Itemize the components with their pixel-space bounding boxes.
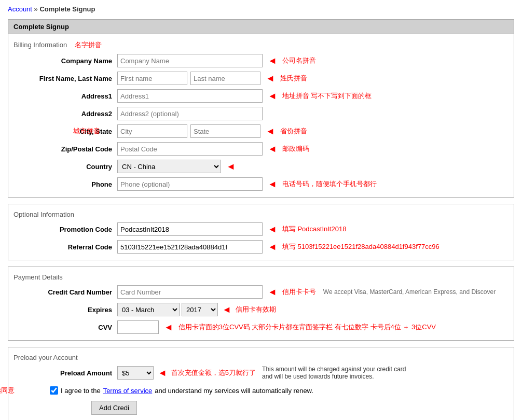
expires-fields: 01 - January 02 - February 03 - March 04…: [117, 303, 509, 316]
preload-amount-select[interactable]: $5 $10 $25 $50: [117, 366, 154, 380]
billing-section: Billing Information 名字拼音 Company Name ◄ …: [8, 34, 514, 198]
card-number-label: Credit Card Number: [13, 288, 117, 296]
address1-input[interactable]: [117, 89, 263, 103]
account-link[interactable]: Account: [8, 5, 32, 13]
annotation-company-pinyin: 公司名拼音: [282, 56, 316, 65]
card-arrow-icon: ◄: [268, 287, 277, 298]
name-arrow-icon: ◄: [266, 73, 275, 84]
billing-label: Billing Information 名字拼音: [8, 38, 514, 52]
address1-row: Address1 ◄ 地址拼音 写不下写到下面的框: [8, 87, 514, 105]
phone-label: Phone: [13, 180, 117, 188]
country-arrow-icon: ◄: [226, 161, 236, 172]
name-label: First Name, Last Name: [13, 75, 117, 82]
cvv-fields: ◄ 信用卡背面的3位CVV码 大部分卡片都在背面签字栏 有七位数字 卡号后4位 …: [117, 320, 509, 334]
month-select[interactable]: 01 - January 02 - February 03 - March 04…: [117, 303, 180, 316]
preload-arrow-icon: ◄: [158, 368, 167, 379]
zip-fields: ◄ 邮政编码: [117, 142, 509, 156]
zip-row: Zip/Postal Code ◄ 邮政编码: [8, 140, 514, 158]
name-fields: ◄ 姓氏拼音: [117, 72, 509, 85]
phone-input[interactable]: [117, 177, 263, 191]
annotation-lastname-pinyin: 姓氏拼音: [280, 74, 307, 83]
payment-label: Payment Details: [8, 271, 514, 283]
agree-text: I agree to the: [61, 387, 101, 395]
card-number-fields: ◄ 信用卡卡号 We accept Visa, MasterCard, Amer…: [117, 285, 509, 299]
preload-amount-label: Preload Amount: [13, 369, 117, 377]
name-row: First Name, Last Name ◄ 姓氏拼音: [8, 69, 514, 87]
annotation-expires-note: 信用卡有效期: [236, 305, 276, 314]
preload-amount-row: Preload Amount $5 $10 $25 $50 ◄ 首次充值金额，选…: [8, 363, 514, 382]
agree-checkbox[interactable]: [50, 386, 58, 395]
preload-section: Preload your Account Preload Amount $5 $…: [8, 347, 514, 420]
optional-label: Optional Information: [8, 208, 514, 220]
annotation-card-note: 信用卡卡号: [282, 287, 316, 297]
main-header: Complete Signup: [8, 19, 514, 34]
company-name-label: Company Name: [13, 57, 117, 65]
expires-group: 01 - January 02 - February 03 - March 04…: [117, 303, 276, 316]
page-title: Complete Signup: [39, 5, 95, 13]
company-name-row: Company Name ◄ 公司名拼音: [8, 52, 514, 69]
annotation-state-pinyin: 省份拼音: [280, 127, 307, 136]
country-label: Country: [13, 163, 117, 171]
phone-fields: ◄ 电话号码，随便填个手机号都行: [117, 177, 509, 191]
country-fields: CN - China US - United States ◄: [117, 160, 509, 173]
breadcrumb: Account » Complete Signup: [8, 5, 514, 13]
first-name-input[interactable]: [117, 72, 187, 85]
state-input[interactable]: [190, 124, 260, 138]
address2-input[interactable]: [117, 107, 263, 120]
last-name-input[interactable]: [190, 72, 260, 85]
annotation-phone-note: 电话号码，随便填个手机号都行: [282, 179, 377, 189]
preload-amount-fields: $5 $10 $25 $50 ◄ 首次充值金额，选5刀就行了 This amou…: [117, 366, 509, 380]
phone-arrow-icon: ◄: [268, 179, 277, 190]
year-select[interactable]: 2016 2017 2018 2019 2020: [182, 303, 218, 316]
address1-label: Address1: [13, 92, 117, 100]
zip-input[interactable]: [117, 142, 263, 156]
annotation-preload-note: 首次充值金额，选5刀就行了: [171, 368, 256, 377]
zip-label: Zip/Postal Code: [13, 145, 117, 153]
zip-arrow-icon: ◄: [268, 144, 277, 155]
expires-arrow-icon: ◄: [222, 304, 231, 315]
company-name-input[interactable]: [117, 54, 263, 67]
optional-section: Optional Information Promotion Code ◄ 填写…: [8, 204, 514, 260]
referral-row: Referral Code ◄ 填写 5103f15221ee1521f28ad…: [8, 238, 514, 256]
promotion-row: Promotion Code ◄ 填写 PodcastInIt2018: [8, 220, 514, 238]
promotion-label: Promotion Code: [13, 226, 117, 233]
company-arrow-icon: ◄: [268, 55, 277, 66]
city-input[interactable]: [117, 124, 187, 138]
breadcrumb-separator: »: [34, 5, 38, 13]
expires-row: Expires 01 - January 02 - February 03 - …: [8, 301, 514, 318]
preload-group: $5 $10 $25 $50 ◄ 首次充值金额，选5刀就行了 This amou…: [117, 366, 418, 380]
referral-arrow-icon: ◄: [268, 242, 277, 253]
referral-label: Referral Code: [13, 243, 117, 251]
city-state-label: City, State: [13, 128, 117, 135]
annotation-referral-note: 填写 5103f15221ee1521f28ada40884d1f943f77c…: [282, 242, 439, 251]
promotion-input[interactable]: [117, 222, 263, 236]
payment-section: Payment Details Credit Card Number ◄ 信用卡…: [8, 267, 514, 341]
annotation-name-pinyin: 名字拼音: [75, 41, 102, 49]
submit-button[interactable]: Add Credi: [91, 401, 137, 415]
address2-label: Address2: [13, 110, 117, 118]
address2-fields: [117, 107, 509, 120]
address1-arrow-icon: ◄: [268, 91, 277, 102]
annotation-cvv-note: 信用卡背面的3位CVV码 大部分卡片都在背面签字栏 有七位数字 卡号后4位 ＋ …: [178, 323, 436, 332]
address2-row: Address2: [8, 105, 514, 122]
card-number-input[interactable]: [117, 285, 263, 299]
referral-fields: ◄ 填写 5103f15221ee1521f28ada40884d1f943f7…: [117, 240, 509, 254]
referral-input[interactable]: [117, 240, 263, 254]
cvv-arrow-icon: ◄: [164, 322, 173, 333]
complete-signup-section: Complete Signup Billing Information 名字拼音…: [8, 19, 514, 420]
annotation-agree-note: 勾选同意: [0, 386, 15, 395]
company-name-fields: ◄ 公司名拼音: [117, 54, 509, 67]
address1-fields: ◄ 地址拼音 写不下写到下面的框: [117, 89, 509, 103]
country-row: Country CN - China US - United States ◄: [8, 158, 514, 175]
annotation-zip-pinyin: 邮政编码: [282, 144, 309, 153]
cvv-row: CVV ◄ 信用卡背面的3位CVV码 大部分卡片都在背面签字栏 有七位数字 卡号…: [8, 318, 514, 336]
annotation-address-pinyin: 地址拼音 写不下写到下面的框: [282, 91, 372, 101]
terms-link[interactable]: Terms of service: [103, 387, 153, 395]
city-state-row: City, State 城市拼音 ◄ 省份拼音: [8, 122, 514, 140]
country-select[interactable]: CN - China US - United States: [117, 160, 221, 173]
card-info-text: We accept Visa, MasterCard, American Exp…: [323, 288, 496, 296]
expires-label: Expires: [13, 306, 117, 314]
annotation-promotion-note: 填写 PodcastInIt2018: [282, 225, 347, 234]
cvv-input[interactable]: [117, 320, 159, 334]
promotion-fields: ◄ 填写 PodcastInIt2018: [117, 222, 509, 236]
